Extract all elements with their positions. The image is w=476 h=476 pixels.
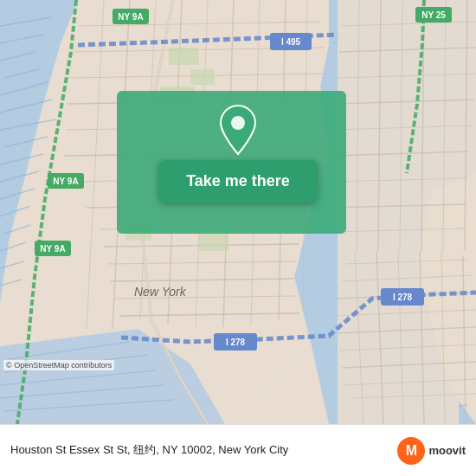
openstreetmap-credit: © OpenStreetMap contributors — [3, 360, 114, 370]
moovit-logo[interactable]: moovit — [397, 437, 466, 465]
address-text: Houston St Essex St St, 纽约, NY 10002, Ne… — [10, 442, 389, 458]
take-me-there-button[interactable]: Take me there — [158, 160, 318, 203]
svg-rect-28 — [199, 234, 229, 251]
svg-rect-25 — [190, 69, 215, 85]
svg-text:I 278: I 278 — [226, 338, 246, 347]
svg-text:NY 9A: NY 9A — [40, 244, 65, 254]
svg-text:NY 9A: NY 9A — [53, 177, 78, 186]
map-container: I 495 I 278 I 278 NY 9A NY 9A NY 9A NY 2… — [0, 0, 476, 424]
svg-text:I 495: I 495 — [281, 37, 301, 47]
svg-text:New York: New York — [134, 285, 187, 299]
svg-rect-24 — [169, 48, 199, 65]
moovit-brand-name: moovit — [428, 444, 466, 457]
svg-text:I 278: I 278 — [393, 293, 413, 302]
svg-point-77 — [231, 116, 245, 130]
svg-text:NY 25: NY 25 — [421, 10, 446, 20]
moovit-icon — [397, 437, 425, 465]
bottom-bar: Houston St Essex St St, 纽约, NY 10002, Ne… — [0, 424, 476, 476]
svg-text:NY 9A: NY 9A — [118, 12, 143, 22]
location-pin — [217, 104, 259, 145]
